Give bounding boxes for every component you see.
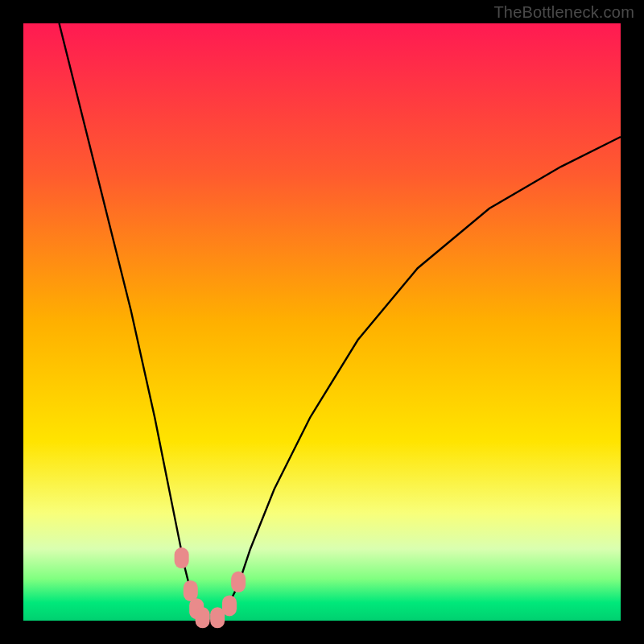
chart-frame: TheBottleneck.com [0,0,644,644]
bottleneck-chart [0,0,644,644]
data-marker [222,595,237,616]
gradient-background [23,23,621,621]
data-marker [184,580,198,601]
data-marker [231,572,246,592]
watermark-text: TheBottleneck.com [493,3,634,22]
data-marker [175,547,189,568]
data-marker [196,607,210,628]
